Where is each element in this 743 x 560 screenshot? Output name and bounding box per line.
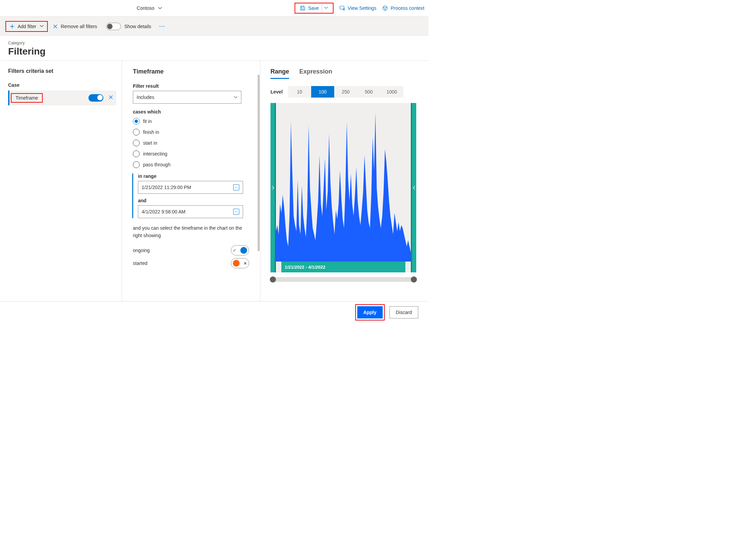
- save-dropdown[interactable]: [322, 4, 330, 12]
- chart-range-text: 1/21/2022 - 4/1/2022: [285, 265, 325, 270]
- save-button[interactable]: Save: [298, 4, 321, 12]
- chevron-left-icon: [413, 186, 416, 190]
- level-btn-10[interactable]: 10: [288, 86, 311, 98]
- radio-fit-in[interactable]: fit in: [133, 118, 249, 125]
- close-icon: [108, 95, 114, 100]
- top-bar: Contoso Save View Settings Process co: [0, 0, 428, 17]
- range-thumb-start[interactable]: [270, 276, 276, 283]
- close-icon: [53, 24, 58, 29]
- add-filter-group: Add filter: [5, 21, 48, 32]
- radio-fit-in-label: fit in: [143, 119, 152, 124]
- chart-area[interactable]: 1/21/2022 - 4/1/2022: [276, 103, 411, 272]
- check-icon: ✓: [233, 248, 236, 253]
- helper-text: and you can select the timeframe in the …: [133, 224, 249, 239]
- radio-finish-in-label: finish in: [143, 129, 159, 135]
- plus-icon: [9, 24, 15, 29]
- chevron-right-icon: [272, 186, 274, 190]
- radio-finish-in[interactable]: finish in: [133, 129, 249, 136]
- radio-pass-through[interactable]: pass through: [133, 161, 249, 168]
- calendar-icon[interactable]: •••: [233, 209, 239, 215]
- to-date-value: 4/1/2022 9:58:00 AM: [142, 209, 185, 214]
- criteria-group-case: Case: [8, 82, 116, 88]
- level-label: Level: [270, 89, 283, 95]
- radio-pass-through-label: pass through: [143, 162, 170, 167]
- radio-intersecting[interactable]: intersecting: [133, 150, 249, 157]
- filter-result-value: Includes: [137, 95, 154, 100]
- chart-right-handle[interactable]: [411, 103, 416, 272]
- to-date-input[interactable]: 4/1/2022 9:58:00 AM •••: [138, 205, 243, 218]
- apply-button[interactable]: Apply: [357, 306, 383, 318]
- config-panel: Timeframe Filter result Includes cases w…: [122, 61, 260, 301]
- show-details-toggle[interactable]: [106, 23, 121, 30]
- chevron-down-icon: [324, 6, 328, 10]
- filter-name: Timeframe: [16, 95, 38, 101]
- and-label: and: [138, 198, 249, 203]
- range-slider[interactable]: [270, 277, 416, 282]
- view-settings-label: View Settings: [348, 5, 377, 11]
- config-scrollbar[interactable]: [257, 68, 260, 294]
- cases-which-label: cases which: [133, 109, 249, 115]
- show-details-label: Show details: [124, 24, 151, 29]
- filter-remove-button[interactable]: [108, 95, 114, 101]
- criteria-title: Filters criteria set: [8, 68, 116, 74]
- in-range-label: in range: [138, 173, 249, 179]
- area-path: [276, 113, 411, 262]
- add-filter-button[interactable]: Add filter: [9, 24, 36, 29]
- chevron-down-icon: [158, 6, 162, 10]
- config-title: Timeframe: [133, 68, 249, 75]
- remove-all-filters-button[interactable]: Remove all filters: [53, 24, 97, 29]
- started-toggle[interactable]: ✕: [231, 258, 249, 268]
- level-btn-250[interactable]: 250: [334, 86, 357, 98]
- page-header: Category Filtering: [0, 36, 428, 60]
- chart-panel: Range Expression Level 101002505001000 1…: [260, 61, 428, 301]
- ongoing-label: ongoing: [133, 248, 150, 253]
- calendar-icon[interactable]: •••: [233, 184, 239, 190]
- chart-wrap: 1/21/2022 - 4/1/2022: [270, 103, 416, 272]
- chevron-down-icon: [234, 95, 238, 99]
- close-icon: ✕: [243, 261, 247, 266]
- level-btn-1000[interactable]: 1000: [380, 86, 403, 98]
- chart-footer: 1/21/2022 - 4/1/2022: [281, 262, 405, 272]
- filter-result-label: Filter result: [133, 83, 249, 89]
- tenant-dropdown[interactable]: Contoso: [137, 5, 162, 11]
- radio-start-in[interactable]: start in: [133, 140, 249, 146]
- tenant-name: Contoso: [137, 5, 154, 11]
- filter-name-box: Timeframe: [11, 93, 43, 103]
- cube-icon: [382, 5, 388, 11]
- toggle-dot-icon: [233, 260, 240, 267]
- chart-left-handle[interactable]: [270, 103, 276, 272]
- save-icon: [300, 5, 305, 11]
- filter-result-select[interactable]: Includes: [133, 91, 241, 104]
- add-filter-dropdown[interactable]: [40, 24, 44, 29]
- save-group: Save: [295, 3, 334, 14]
- from-date-input[interactable]: 1/21/2022 11:29:00 PM •••: [138, 181, 243, 194]
- chevron-down-icon: [40, 24, 44, 28]
- started-label: started: [133, 261, 147, 266]
- range-thumb-end[interactable]: [411, 276, 417, 283]
- remove-all-label: Remove all filters: [61, 24, 97, 29]
- view-settings-button[interactable]: View Settings: [340, 5, 377, 11]
- apply-wrap: Apply: [355, 304, 385, 320]
- filter-row-timeframe[interactable]: Timeframe: [8, 90, 116, 105]
- toggle-dot-icon: [240, 247, 247, 254]
- add-filter-label: Add filter: [18, 24, 36, 29]
- level-btn-100[interactable]: 100: [311, 86, 334, 98]
- filter-enabled-toggle[interactable]: [88, 94, 103, 102]
- discard-button[interactable]: Discard: [389, 306, 418, 318]
- filter-toolbar: Add filter Remove all filters Show detai…: [0, 17, 428, 36]
- process-context-label: Process context: [390, 5, 424, 11]
- category-label: Category: [8, 41, 420, 45]
- radio-intersecting-label: intersecting: [143, 151, 167, 157]
- screen-gear-icon: [340, 5, 345, 11]
- tab-expression[interactable]: Expression: [299, 68, 332, 79]
- footer-bar: Apply Discard: [0, 301, 428, 323]
- more-actions-button[interactable]: ···: [159, 24, 165, 29]
- page-title: Filtering: [8, 46, 420, 57]
- ongoing-toggle[interactable]: ✓: [231, 245, 249, 255]
- level-btn-500[interactable]: 500: [357, 86, 380, 98]
- process-context-button[interactable]: Process context: [382, 5, 424, 11]
- tab-range[interactable]: Range: [270, 68, 289, 79]
- save-label: Save: [308, 5, 319, 11]
- from-date-value: 1/21/2022 11:29:00 PM: [142, 185, 191, 190]
- radio-start-in-label: start in: [143, 140, 157, 146]
